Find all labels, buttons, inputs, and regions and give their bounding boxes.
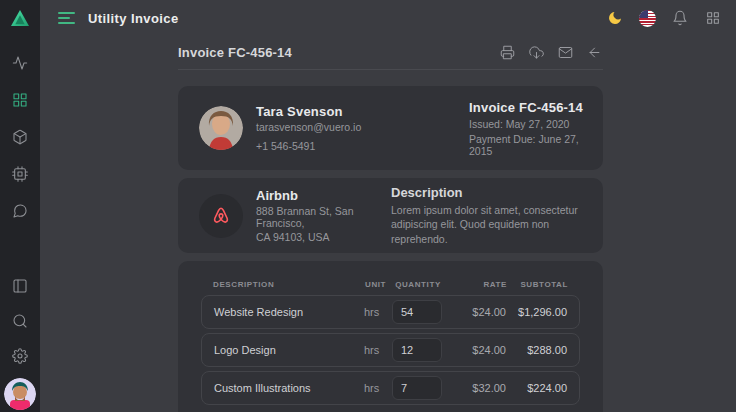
header-quantity: Quantity — [393, 280, 443, 289]
dashboard-grid-icon — [12, 92, 28, 108]
table-row: Website Redesign hrs $24.00 $1,296.00 — [201, 295, 580, 329]
page-title: Utility Invoice — [88, 11, 179, 26]
invoice-parties-card: Tara Svenson tarasvenson@vuero.io +1 546… — [178, 86, 603, 170]
company-address-line2: CA 94103, USA — [256, 231, 391, 243]
invoice-items-card: Description Unit Quantity Rate Subtotal … — [178, 261, 603, 412]
item-rate: $24.00 — [442, 344, 506, 356]
mail-icon — [558, 45, 573, 60]
item-subtotal: $288.00 — [506, 344, 567, 356]
invoice-number: Invoice FC-456-14 — [469, 100, 587, 115]
cloud-download-icon — [529, 45, 544, 60]
company-info: Airbnb 888 Brannan St, San Francisco, CA… — [256, 188, 391, 243]
header-unit: Unit — [365, 280, 393, 289]
chat-icon — [12, 203, 28, 219]
user-avatar-illustration — [4, 378, 36, 410]
item-description: Website Redesign — [214, 306, 364, 318]
print-button[interactable] — [500, 45, 516, 61]
logo-triangle-icon — [10, 9, 30, 27]
sidebar-item-settings[interactable] — [10, 346, 30, 366]
item-subtotal: $224.00 — [506, 382, 567, 394]
sidebar-item-activity[interactable] — [10, 53, 30, 73]
customer-name: Tara Svenson — [256, 104, 361, 119]
dark-mode-toggle[interactable] — [606, 9, 624, 27]
search-icon — [12, 313, 28, 329]
sidebar-bottom-group — [4, 261, 36, 412]
cpu-icon — [12, 166, 28, 182]
invoice-issued-date: Issued: May 27, 2020 — [469, 118, 587, 130]
item-subtotal: $1,296.00 — [506, 306, 567, 318]
apps-menu-button[interactable] — [704, 9, 722, 27]
panels-icon — [12, 278, 28, 294]
invoice-page: Invoice FC-456-14 — [178, 36, 603, 412]
settings-gear-icon — [12, 348, 28, 364]
sidebar-item-components[interactable] — [10, 127, 30, 147]
notifications-button[interactable] — [671, 9, 689, 27]
sidebar-item-elements[interactable] — [10, 164, 30, 184]
invoice-toolbar: Invoice FC-456-14 — [178, 36, 603, 70]
customer-info: Tara Svenson tarasvenson@vuero.io +1 546… — [256, 104, 361, 152]
printer-icon — [500, 45, 515, 60]
topbar: Utility Invoice — [40, 0, 736, 36]
app-window: Utility Invoice Invoice FC-456-14 — [0, 0, 736, 412]
header-subtotal: Subtotal — [507, 280, 568, 289]
invoice-description: Description Lorem ipsum dolor sit amet, … — [391, 185, 583, 246]
sidebar-item-messages[interactable] — [10, 201, 30, 221]
language-selector[interactable] — [639, 10, 656, 27]
sidebar — [0, 0, 40, 412]
user-avatar[interactable] — [4, 378, 36, 410]
box-icon — [12, 129, 28, 145]
description-heading: Description — [391, 185, 583, 200]
item-unit: hrs — [364, 306, 392, 318]
item-description: Custom Illustrations — [214, 382, 364, 394]
item-rate: $32.00 — [442, 382, 506, 394]
menu-hamburger-icon[interactable] — [58, 12, 75, 24]
company-card: Airbnb 888 Brannan St, San Francisco, CA… — [178, 178, 603, 253]
table-row: Custom Illustrations hrs $32.00 $224.00 — [201, 371, 580, 405]
invoice-toolbar-actions — [500, 45, 603, 61]
company-name: Airbnb — [256, 188, 391, 203]
item-description: Logo Design — [214, 344, 364, 356]
company-address-line1: 888 Brannan St, San Francisco, — [256, 205, 391, 229]
customer-phone: +1 546-5491 — [256, 140, 361, 152]
invoice-title: Invoice FC-456-14 — [178, 45, 292, 60]
quantity-input[interactable] — [392, 376, 442, 400]
header-rate: Rate — [443, 280, 507, 289]
item-unit: hrs — [364, 382, 392, 394]
quantity-input[interactable] — [392, 338, 442, 362]
moon-icon — [607, 10, 623, 26]
table-row: Logo Design hrs $24.00 $288.00 — [201, 333, 580, 367]
item-unit: hrs — [364, 344, 392, 356]
topbar-actions — [606, 9, 722, 27]
airbnb-logo-icon — [209, 204, 233, 228]
invoice-meta: Invoice FC-456-14 Issued: May 27, 2020 P… — [469, 100, 587, 157]
header-description: Description — [213, 280, 365, 289]
arrow-left-icon — [587, 45, 602, 60]
app-logo[interactable] — [0, 0, 40, 36]
description-body: Lorem ipsum dolor sit amet, consectetur … — [391, 203, 583, 246]
company-logo-badge — [199, 194, 243, 238]
sidebar-item-dashboards[interactable] — [10, 90, 30, 110]
customer-avatar — [199, 106, 243, 150]
download-button[interactable] — [529, 45, 545, 61]
back-button[interactable] — [587, 45, 603, 61]
activity-icon — [12, 55, 28, 71]
sidebar-item-panels[interactable] — [10, 276, 30, 296]
items-table-header: Description Unit Quantity Rate Subtotal — [201, 273, 580, 295]
customer-email: tarasvenson@vuero.io — [256, 121, 361, 133]
customer-avatar-photo — [199, 106, 243, 150]
apps-grid-icon — [705, 10, 721, 26]
send-mail-button[interactable] — [558, 45, 574, 61]
invoice-due-date: Payment Due: June 27, 2015 — [469, 133, 587, 157]
quantity-input[interactable] — [392, 300, 442, 324]
bell-icon — [672, 10, 688, 26]
sidebar-item-search[interactable] — [10, 311, 30, 331]
item-rate: $24.00 — [442, 306, 506, 318]
